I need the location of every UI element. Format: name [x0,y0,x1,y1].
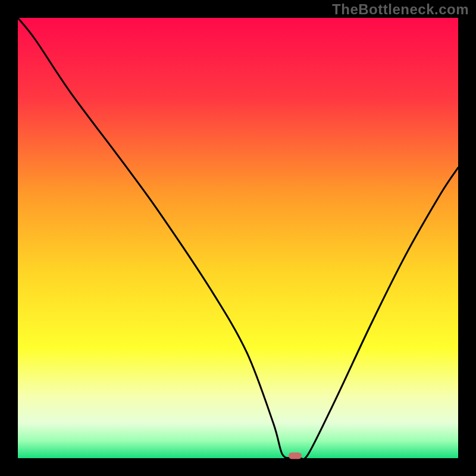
watermark-text: TheBottleneck.com [332,1,469,18]
plot-area [18,18,458,458]
bottleneck-curve [18,18,458,458]
optimal-point-marker [289,452,302,459]
chart-frame: TheBottleneck.com [0,0,476,476]
